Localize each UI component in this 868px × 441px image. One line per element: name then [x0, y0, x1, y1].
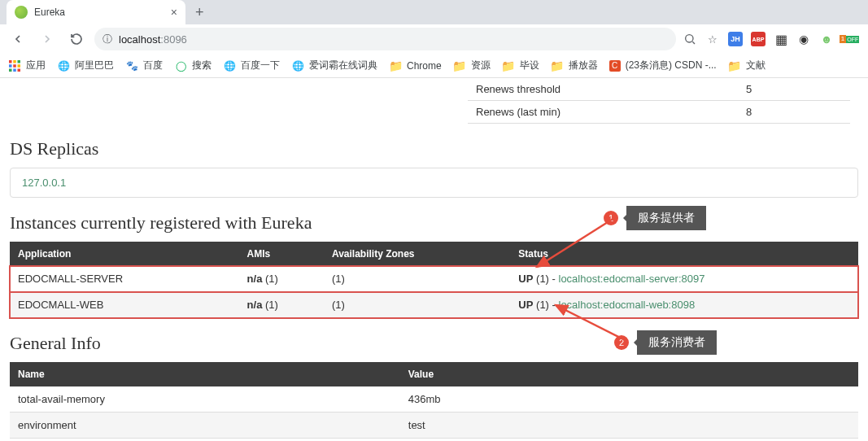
- bookmark-iciba[interactable]: 🌐爱词霸在线词典: [291, 59, 377, 72]
- ext-frog-icon[interactable]: ☻: [819, 32, 834, 46]
- col-application: Application: [10, 242, 239, 266]
- instance-row-web: EDOCMALL-WEB n/a (1) (1) UP (1) - localh…: [10, 292, 858, 318]
- bookmark-resource-folder[interactable]: 📁资源: [453, 59, 491, 72]
- baidu-icon: 🐾: [125, 59, 138, 72]
- star-icon[interactable]: ☆: [705, 32, 720, 46]
- svg-rect-6: [18, 64, 21, 68]
- new-tab-button[interactable]: +: [189, 4, 211, 21]
- back-button[interactable]: [7, 28, 29, 50]
- col-az: Availability Zones: [324, 242, 510, 266]
- spring-favicon-icon: [15, 6, 28, 19]
- reload-button[interactable]: [65, 28, 88, 50]
- bookmark-chrome-folder[interactable]: 📁Chrome: [389, 59, 442, 72]
- svg-rect-1: [9, 60, 12, 63]
- svg-rect-8: [13, 68, 16, 72]
- bookmark-bishe-folder[interactable]: 📁毕设: [502, 59, 539, 72]
- address-input[interactable]: ⓘ localhost:8096: [94, 28, 676, 50]
- globe-icon: 🌐: [223, 59, 236, 72]
- general-info-heading: General Info: [10, 333, 858, 354]
- svg-rect-7: [9, 68, 12, 72]
- browser-chrome: Eureka × + ⓘ localhost:8096 ☆ JH ABP: [0, 0, 868, 78]
- globe-icon: 🌐: [57, 59, 70, 72]
- general-row: total-avail-memory436mb: [10, 386, 858, 413]
- site-info-icon[interactable]: ⓘ: [103, 33, 112, 46]
- instance-row-server: EDOCMALL-SERVER n/a (1) (1) UP (1) - loc…: [10, 266, 858, 292]
- svg-rect-5: [13, 64, 16, 68]
- svg-rect-3: [18, 60, 21, 63]
- general-row: environmenttest: [10, 413, 858, 439]
- instances-heading: Instances currently registered with Eure…: [10, 212, 858, 234]
- tab-title: Eureka: [34, 7, 164, 18]
- svg-point-0: [686, 35, 693, 42]
- tab-strip: Eureka × +: [0, 0, 868, 24]
- general-info-table: Name Value total-avail-memory436mb envir…: [10, 362, 858, 441]
- globe-icon: 🌐: [291, 59, 304, 72]
- close-tab-icon[interactable]: ×: [171, 7, 177, 18]
- url-display: localhost:8096: [119, 33, 187, 46]
- address-bar: ⓘ localhost:8096 ☆ JH ABP ▦ ◉ ☻ 1 OFF: [0, 24, 868, 54]
- folder-icon: 📁: [453, 59, 466, 72]
- bookmark-literature-folder[interactable]: 📁文献: [728, 59, 765, 72]
- instances-table: Application AMIs Availability Zones Stat…: [10, 242, 858, 318]
- bookmark-alibaba[interactable]: 🌐阿里巴巴: [57, 59, 114, 72]
- ext-off-icon[interactable]: 1 OFF: [842, 32, 857, 46]
- folder-icon: 📁: [502, 59, 515, 72]
- toolbar-right: ☆ JH ABP ▦ ◉ ☻ 1 OFF: [683, 32, 861, 46]
- col-value: Value: [400, 362, 858, 386]
- col-amis: AMIs: [239, 242, 324, 266]
- folder-icon: 📁: [551, 59, 564, 72]
- bookmark-baidu2[interactable]: 🌐百度一下: [223, 59, 280, 72]
- ext-jh-icon[interactable]: JH: [728, 32, 743, 46]
- qihoo-icon: ◯: [174, 59, 187, 72]
- col-name: Name: [10, 362, 400, 386]
- bookmarks-bar: 应用 🌐阿里巴巴 🐾百度 ◯搜索 🌐百度一下 🌐爱词霸在线词典 📁Chrome …: [0, 54, 868, 78]
- apps-grid-icon: [8, 59, 21, 72]
- instance-link-server[interactable]: localhost:edocmall-server:8097: [559, 273, 705, 285]
- general-row: num-of-cpus8: [10, 439, 858, 442]
- folder-icon: 📁: [728, 59, 741, 72]
- bookmark-csdn[interactable]: C(23条消息) CSDN -...: [609, 59, 717, 72]
- folder-icon: 📁: [389, 59, 402, 72]
- browser-tab[interactable]: Eureka ×: [7, 0, 185, 24]
- replica-link[interactable]: 127.0.0.1: [22, 177, 66, 189]
- ext-qr-icon[interactable]: ▦: [774, 32, 788, 46]
- replica-box: 127.0.0.1: [10, 168, 858, 198]
- info-row: Renews threshold5: [468, 78, 850, 101]
- ext-abp-icon[interactable]: ABP: [751, 32, 765, 46]
- instance-link-web[interactable]: localhost:edocmall-web:8098: [559, 299, 696, 311]
- svg-rect-2: [13, 60, 16, 63]
- eureka-page: Renews threshold5 Renews (last min)8 DS …: [0, 78, 868, 441]
- svg-rect-4: [9, 64, 12, 68]
- col-status: Status: [510, 242, 858, 266]
- apps-button[interactable]: 应用: [8, 59, 46, 72]
- forward-button[interactable]: [36, 28, 59, 50]
- zoom-icon[interactable]: [683, 32, 697, 46]
- bookmark-baidu[interactable]: 🐾百度: [125, 59, 163, 72]
- ds-replicas-heading: DS Replicas: [10, 138, 858, 159]
- info-row: Renews (last min)8: [468, 101, 850, 124]
- bookmark-player-folder[interactable]: 📁播放器: [551, 59, 598, 72]
- ext-paw-icon[interactable]: ◉: [796, 32, 811, 46]
- svg-rect-9: [18, 68, 21, 72]
- bookmark-search[interactable]: ◯搜索: [174, 59, 212, 72]
- server-info-table: Renews threshold5 Renews (last min)8: [468, 78, 850, 124]
- csdn-icon: C: [609, 60, 621, 72]
